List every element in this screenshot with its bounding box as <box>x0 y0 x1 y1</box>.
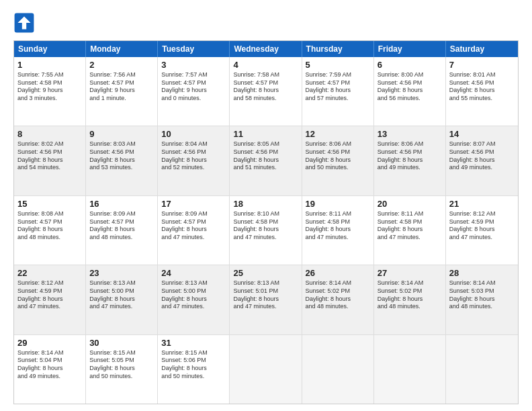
cal-cell: 7Sunrise: 8:01 AM Sunset: 4:56 PM Daylig… <box>446 57 518 126</box>
cell-info: Sunrise: 8:00 AM Sunset: 4:56 PM Dayligh… <box>378 71 442 103</box>
day-number: 29 <box>17 338 82 348</box>
cell-info: Sunrise: 8:11 AM Sunset: 4:58 PM Dayligh… <box>306 210 370 242</box>
week-row-3: 15Sunrise: 8:08 AM Sunset: 4:57 PM Dayli… <box>14 195 518 265</box>
cal-cell: 12Sunrise: 8:06 AM Sunset: 4:56 PM Dayli… <box>302 126 374 195</box>
cal-cell: 2Sunrise: 7:56 AM Sunset: 4:57 PM Daylig… <box>86 57 158 126</box>
week-row-4: 22Sunrise: 8:12 AM Sunset: 4:59 PM Dayli… <box>14 265 518 334</box>
day-number: 30 <box>89 338 154 348</box>
cell-info: Sunrise: 8:09 AM Sunset: 4:57 PM Dayligh… <box>89 210 154 242</box>
cell-info: Sunrise: 8:05 AM Sunset: 4:56 PM Dayligh… <box>233 140 298 172</box>
day-number: 7 <box>449 60 515 70</box>
cell-info: Sunrise: 8:14 AM Sunset: 5:02 PM Dayligh… <box>306 279 370 311</box>
cal-cell: 25Sunrise: 8:13 AM Sunset: 5:01 PM Dayli… <box>230 265 302 334</box>
cal-cell: 31Sunrise: 8:15 AM Sunset: 5:06 PM Dayli… <box>158 335 230 404</box>
week-row-2: 8Sunrise: 8:02 AM Sunset: 4:56 PM Daylig… <box>14 126 518 195</box>
cell-info: Sunrise: 8:11 AM Sunset: 4:58 PM Dayligh… <box>378 210 442 242</box>
cell-info: Sunrise: 8:10 AM Sunset: 4:58 PM Dayligh… <box>233 210 298 242</box>
cal-cell: 17Sunrise: 8:09 AM Sunset: 4:57 PM Dayli… <box>158 196 230 265</box>
cell-info: Sunrise: 8:06 AM Sunset: 4:56 PM Dayligh… <box>378 140 442 172</box>
day-header-tuesday: Tuesday <box>158 41 230 57</box>
cal-cell <box>446 335 518 404</box>
cal-cell: 13Sunrise: 8:06 AM Sunset: 4:56 PM Dayli… <box>374 126 446 195</box>
cell-info: Sunrise: 7:57 AM Sunset: 4:57 PM Dayligh… <box>161 71 226 103</box>
cal-cell: 11Sunrise: 8:05 AM Sunset: 4:56 PM Dayli… <box>230 126 302 195</box>
day-number: 1 <box>17 60 82 70</box>
calendar-body: 1Sunrise: 7:55 AM Sunset: 4:58 PM Daylig… <box>14 57 518 404</box>
cal-cell: 21Sunrise: 8:12 AM Sunset: 4:59 PM Dayli… <box>446 196 518 265</box>
logo-icon <box>13 12 35 34</box>
cell-info: Sunrise: 7:58 AM Sunset: 4:57 PM Dayligh… <box>233 71 298 103</box>
calendar: SundayMondayTuesdayWednesdayThursdayFrid… <box>13 40 519 404</box>
cal-cell: 9Sunrise: 8:03 AM Sunset: 4:56 PM Daylig… <box>86 126 158 195</box>
day-number: 18 <box>233 199 298 209</box>
day-header-thursday: Thursday <box>302 41 374 57</box>
week-row-5: 29Sunrise: 8:14 AM Sunset: 5:04 PM Dayli… <box>14 334 518 404</box>
day-number: 19 <box>306 199 370 209</box>
day-number: 9 <box>89 129 154 139</box>
day-number: 23 <box>89 268 154 278</box>
day-header-saturday: Saturday <box>446 41 518 57</box>
day-number: 3 <box>161 60 226 70</box>
day-number: 16 <box>89 199 154 209</box>
cal-cell: 6Sunrise: 8:00 AM Sunset: 4:56 PM Daylig… <box>374 57 446 126</box>
cal-cell: 4Sunrise: 7:58 AM Sunset: 4:57 PM Daylig… <box>230 57 302 126</box>
day-number: 4 <box>233 60 298 70</box>
day-number: 28 <box>449 268 515 278</box>
day-number: 20 <box>378 199 442 209</box>
calendar-header: SundayMondayTuesdayWednesdayThursdayFrid… <box>14 41 518 57</box>
cell-info: Sunrise: 8:02 AM Sunset: 4:56 PM Dayligh… <box>17 140 82 172</box>
cal-cell: 29Sunrise: 8:14 AM Sunset: 5:04 PM Dayli… <box>14 335 86 404</box>
cell-info: Sunrise: 8:14 AM Sunset: 5:04 PM Dayligh… <box>17 349 82 381</box>
cell-info: Sunrise: 7:55 AM Sunset: 4:58 PM Dayligh… <box>17 71 82 103</box>
cell-info: Sunrise: 8:08 AM Sunset: 4:57 PM Dayligh… <box>17 210 82 242</box>
cal-cell: 28Sunrise: 8:14 AM Sunset: 5:03 PM Dayli… <box>446 265 518 334</box>
day-number: 11 <box>233 129 298 139</box>
cell-info: Sunrise: 7:56 AM Sunset: 4:57 PM Dayligh… <box>89 71 154 103</box>
cal-cell: 5Sunrise: 7:59 AM Sunset: 4:57 PM Daylig… <box>302 57 374 126</box>
cell-info: Sunrise: 8:13 AM Sunset: 5:00 PM Dayligh… <box>161 279 226 311</box>
day-number: 22 <box>17 268 82 278</box>
cell-info: Sunrise: 7:59 AM Sunset: 4:57 PM Dayligh… <box>306 71 370 103</box>
cell-info: Sunrise: 8:04 AM Sunset: 4:56 PM Dayligh… <box>161 140 226 172</box>
cal-cell: 27Sunrise: 8:14 AM Sunset: 5:02 PM Dayli… <box>374 265 446 334</box>
cal-cell <box>302 335 374 404</box>
cal-cell: 15Sunrise: 8:08 AM Sunset: 4:57 PM Dayli… <box>14 196 86 265</box>
day-number: 17 <box>161 199 226 209</box>
cell-info: Sunrise: 8:15 AM Sunset: 5:06 PM Dayligh… <box>161 349 226 381</box>
cell-info: Sunrise: 8:09 AM Sunset: 4:57 PM Dayligh… <box>161 210 226 242</box>
cal-cell: 23Sunrise: 8:13 AM Sunset: 5:00 PM Dayli… <box>86 265 158 334</box>
cal-cell: 1Sunrise: 7:55 AM Sunset: 4:58 PM Daylig… <box>14 57 86 126</box>
cell-info: Sunrise: 8:03 AM Sunset: 4:56 PM Dayligh… <box>89 140 154 172</box>
day-number: 10 <box>161 129 226 139</box>
cell-info: Sunrise: 8:14 AM Sunset: 5:03 PM Dayligh… <box>449 279 515 311</box>
cal-cell: 8Sunrise: 8:02 AM Sunset: 4:56 PM Daylig… <box>14 126 86 195</box>
day-number: 15 <box>17 199 82 209</box>
day-number: 31 <box>161 338 226 348</box>
cal-cell: 30Sunrise: 8:15 AM Sunset: 5:05 PM Dayli… <box>86 335 158 404</box>
logo <box>13 12 38 34</box>
day-number: 24 <box>161 268 226 278</box>
cell-info: Sunrise: 8:13 AM Sunset: 5:00 PM Dayligh… <box>89 279 154 311</box>
cal-cell: 19Sunrise: 8:11 AM Sunset: 4:58 PM Dayli… <box>302 196 374 265</box>
day-header-friday: Friday <box>374 41 446 57</box>
day-number: 12 <box>306 129 370 139</box>
cell-info: Sunrise: 8:12 AM Sunset: 4:59 PM Dayligh… <box>17 279 82 311</box>
day-header-monday: Monday <box>86 41 158 57</box>
cal-cell: 20Sunrise: 8:11 AM Sunset: 4:58 PM Dayli… <box>374 196 446 265</box>
cal-cell: 18Sunrise: 8:10 AM Sunset: 4:58 PM Dayli… <box>230 196 302 265</box>
day-number: 21 <box>449 199 515 209</box>
day-header-sunday: Sunday <box>14 41 86 57</box>
cell-info: Sunrise: 8:01 AM Sunset: 4:56 PM Dayligh… <box>449 71 515 103</box>
cell-info: Sunrise: 8:15 AM Sunset: 5:05 PM Dayligh… <box>89 349 154 381</box>
day-number: 25 <box>233 268 298 278</box>
cal-cell: 24Sunrise: 8:13 AM Sunset: 5:00 PM Dayli… <box>158 265 230 334</box>
day-number: 8 <box>17 129 82 139</box>
day-number: 27 <box>378 268 442 278</box>
day-header-wednesday: Wednesday <box>230 41 302 57</box>
week-row-1: 1Sunrise: 7:55 AM Sunset: 4:58 PM Daylig… <box>14 57 518 126</box>
cell-info: Sunrise: 8:06 AM Sunset: 4:56 PM Dayligh… <box>306 140 370 172</box>
cell-info: Sunrise: 8:14 AM Sunset: 5:02 PM Dayligh… <box>378 279 442 311</box>
cal-cell: 16Sunrise: 8:09 AM Sunset: 4:57 PM Dayli… <box>86 196 158 265</box>
cal-cell: 10Sunrise: 8:04 AM Sunset: 4:56 PM Dayli… <box>158 126 230 195</box>
page: SundayMondayTuesdayWednesdayThursdayFrid… <box>0 0 532 411</box>
